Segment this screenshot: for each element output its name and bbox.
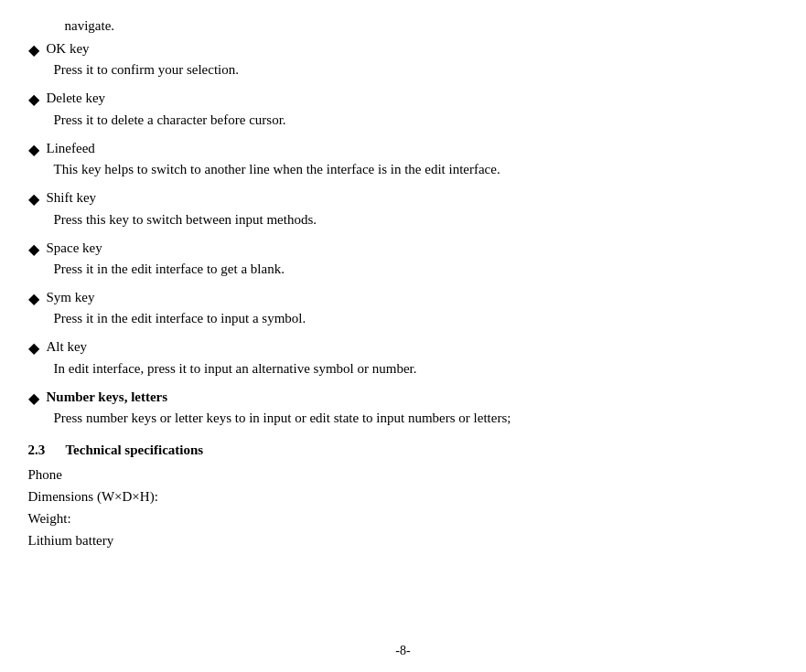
section-heading: 2.3 Technical specifications <box>28 443 779 458</box>
bullet-item: ◆Number keys, letters <box>28 388 779 409</box>
bullet-description: This key helps to switch to another line… <box>54 160 779 179</box>
bullet-item: ◆Space key <box>28 239 779 260</box>
bullet-diamond-icon: ◆ <box>28 40 39 60</box>
bullet-diamond-icon: ◆ <box>28 389 39 409</box>
bullet-section: ◆Delete keyPress it to delete a characte… <box>28 89 779 134</box>
bullet-title: Shift key <box>47 188 97 208</box>
bullet-item: ◆OK key <box>28 39 779 60</box>
section-number: 2.3 <box>28 443 46 457</box>
bullet-diamond-icon: ◆ <box>28 90 39 110</box>
bullet-description: Press it to delete a character before cu… <box>54 111 779 130</box>
bullet-title: Space key <box>47 239 102 258</box>
bullet-item: ◆Shift key <box>28 188 779 209</box>
bullet-item: ◆Delete key <box>28 89 779 110</box>
bullet-description: Press it in the edit interface to input … <box>54 309 779 328</box>
bullet-item: ◆Linefeed <box>28 139 779 160</box>
bullet-section: ◆Sym keyPress it in the edit interface t… <box>28 288 779 334</box>
bullet-diamond-icon: ◆ <box>28 240 39 260</box>
spec-line: Dimensions (W×D×H): <box>28 485 779 507</box>
bullet-diamond-icon: ◆ <box>28 289 39 309</box>
bullet-description: Press it in the edit interface to get a … <box>54 260 779 279</box>
bullet-section: ◆LinefeedThis key helps to switch to ano… <box>28 139 779 185</box>
bullet-section: ◆Shift keyPress this key to switch betwe… <box>28 188 779 234</box>
bullet-description: Press this key to switch between input m… <box>54 210 779 229</box>
section-title: Technical specifications <box>65 443 203 457</box>
bullet-section: ◆Number keys, letters Press number keys … <box>28 388 779 433</box>
bullet-description: Press number keys or letter keys to in i… <box>54 409 779 428</box>
bullet-title: Linefeed <box>47 139 95 158</box>
spec-line: Weight: <box>28 507 779 529</box>
bullet-section: ◆Space keyPress it in the edit interface… <box>28 239 779 284</box>
page-content: navigate. ◆OK key Press it to confirm yo… <box>28 9 779 551</box>
bullet-title: Alt key <box>47 337 88 357</box>
bullet-item: ◆Alt key <box>28 337 779 358</box>
bullet-description: Press it to confirm your selection. <box>54 60 779 80</box>
bullet-diamond-icon: ◆ <box>28 338 39 358</box>
spec-line: Lithium battery <box>28 529 779 551</box>
bullet-section: ◆OK key Press it to confirm your selecti… <box>28 39 779 85</box>
page-footer: -8- <box>0 644 806 658</box>
bullets-container: ◆OK key Press it to confirm your selecti… <box>28 39 779 433</box>
bullet-section: ◆Alt key In edit interface, press it to … <box>28 337 779 383</box>
navigate-text: navigate. <box>65 18 779 34</box>
bullet-title: Number keys, letters <box>47 388 168 407</box>
bullet-description: In edit interface, press it to input an … <box>54 359 779 379</box>
bullet-diamond-icon: ◆ <box>28 140 39 160</box>
bullet-diamond-icon: ◆ <box>28 189 39 209</box>
bullet-title: Delete key <box>47 89 106 108</box>
spec-line: Phone <box>28 464 779 485</box>
bullet-title: Sym key <box>47 288 95 307</box>
bullet-title: OK key <box>47 39 90 59</box>
spec-block: PhoneDimensions (W×D×H):Weight:Lithium b… <box>28 464 779 551</box>
bullet-item: ◆Sym key <box>28 288 779 309</box>
